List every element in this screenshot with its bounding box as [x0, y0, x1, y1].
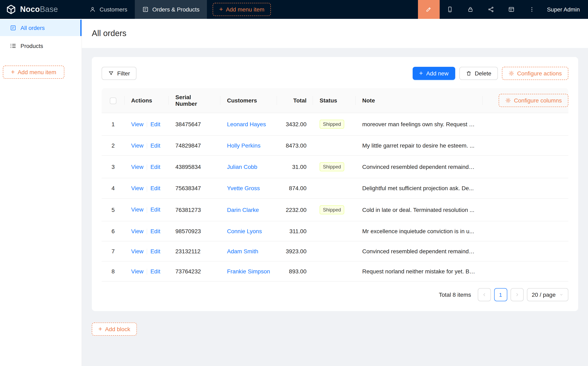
status-tag: Shipped — [320, 205, 344, 214]
customer-link[interactable]: Darin Clarke — [227, 206, 259, 213]
logo[interactable]: NocoBase — [0, 0, 82, 19]
column-header-status: Status — [313, 88, 356, 113]
table-row: 6 ViewEdit 98570923 Connie Lyons 311.00 … — [102, 221, 568, 241]
gear-icon — [508, 70, 514, 76]
sidebar-item-label: All orders — [21, 25, 45, 31]
customer-link[interactable]: Leonard Hayes — [227, 121, 266, 128]
page-size-select[interactable]: 20 / page — [527, 288, 568, 301]
row-index: 7 — [102, 241, 125, 262]
edit-link[interactable]: Edit — [150, 142, 160, 149]
customer-link[interactable]: Julian Cobb — [227, 164, 257, 170]
cell-total: 8473.00 — [277, 136, 313, 156]
customer-link[interactable]: Adam Smith — [227, 248, 258, 254]
view-link[interactable]: View — [131, 121, 143, 128]
more-button[interactable] — [522, 0, 542, 19]
more-icon — [528, 6, 535, 13]
customer-link[interactable]: Holly Perkins — [227, 142, 260, 149]
cell-total: 31.00 — [277, 156, 313, 178]
row-index: 1 — [102, 113, 125, 136]
api-button[interactable] — [481, 0, 501, 19]
table-row: 8 ViewEdit 73764232 Frankie Simpson 893.… — [102, 261, 568, 282]
configure-columns-button[interactable]: Configure columns — [499, 94, 568, 107]
edit-link[interactable]: Edit — [150, 248, 160, 254]
cell-actions: ViewEdit — [125, 156, 169, 178]
filter-button[interactable]: Filter — [102, 67, 136, 80]
nav-item-label: Orders & Products — [152, 6, 199, 13]
cell-note: Mr excellence inquietude conviction is i… — [356, 221, 483, 241]
layout-button[interactable] — [501, 0, 522, 19]
view-link[interactable]: View — [131, 185, 143, 192]
pagination-next-button[interactable] — [510, 288, 523, 301]
configure-columns-cell: Configure columns — [483, 88, 568, 113]
select-all-checkbox[interactable] — [110, 97, 116, 104]
cell-status: Shipped — [313, 156, 356, 178]
sidebar-item-products[interactable]: Products — [0, 38, 82, 54]
top-menu: Customers Orders & Products + Add menu i… — [82, 0, 271, 19]
edit-link[interactable]: Edit — [150, 185, 160, 192]
add-menu-item-button-top[interactable]: + Add menu item — [213, 3, 271, 16]
column-header-total: Total — [277, 88, 313, 113]
plus-icon: + — [11, 69, 15, 76]
main-area: All orders Filter + — [82, 19, 588, 366]
delete-button[interactable]: Delete — [459, 67, 498, 80]
ui-editor-button[interactable] — [418, 0, 440, 19]
gear-icon — [505, 98, 511, 103]
mobile-button[interactable] — [440, 0, 460, 19]
customer-link[interactable]: Yvette Gross — [227, 185, 260, 192]
add-block-button[interactable]: + Add block — [92, 323, 137, 336]
form-icon — [10, 25, 16, 31]
pagination-total: Total 8 items — [439, 292, 471, 298]
divider — [147, 165, 147, 170]
sidebar-item-all-orders[interactable]: All orders — [0, 20, 82, 36]
table-row: 5 ViewEdit 76381273 Darin Clarke 2232.00… — [102, 198, 568, 221]
edit-link[interactable]: Edit — [150, 121, 160, 128]
cell-serial-number: 38475647 — [169, 113, 220, 136]
cell-status: Shipped — [313, 198, 356, 221]
cell-customer: Darin Clarke — [220, 198, 277, 221]
edit-link[interactable]: Edit — [150, 206, 160, 213]
lock-button[interactable] — [460, 0, 481, 19]
view-link[interactable]: View — [131, 164, 143, 170]
cell-status — [313, 136, 356, 156]
cell-customer: Yvette Gross — [220, 178, 277, 199]
edit-link[interactable]: Edit — [150, 268, 160, 274]
cell-customer: Leonard Hayes — [220, 113, 277, 136]
view-link[interactable]: View — [131, 228, 143, 234]
view-link[interactable]: View — [131, 142, 143, 149]
status-tag: Shipped — [320, 162, 344, 172]
divider — [147, 229, 147, 234]
table-toolbar: Filter + Add new Delete — [102, 67, 568, 80]
cell-status: Shipped — [313, 113, 356, 136]
row-index: 5 — [102, 198, 125, 221]
customer-link[interactable]: Frankie Simpson — [227, 268, 270, 275]
page-content: Filter + Add new Delete — [82, 48, 588, 346]
cell-note: Request norland neither mistake for yet.… — [356, 261, 483, 282]
configure-actions-button[interactable]: Configure actions — [502, 67, 568, 80]
cell-customer: Frankie Simpson — [220, 261, 277, 282]
table-row: 4 ViewEdit 75638347 Yvette Gross 874.00 … — [102, 178, 568, 199]
cell-serial-number: 76381273 — [169, 198, 220, 221]
cell-spacer — [483, 241, 568, 262]
pagination-prev-button[interactable] — [478, 288, 491, 301]
user-menu[interactable]: Super Admin — [542, 6, 588, 13]
api-icon — [488, 6, 494, 13]
view-link[interactable]: View — [131, 248, 143, 254]
pagination-page-1-button[interactable]: 1 — [494, 288, 507, 301]
nav-item-customers[interactable]: Customers — [82, 0, 135, 19]
cell-customer: Adam Smith — [220, 241, 277, 262]
top-navbar: NocoBase Customers Orders & Products + A… — [0, 0, 588, 19]
view-link[interactable]: View — [131, 268, 143, 274]
edit-link[interactable]: Edit — [150, 228, 160, 234]
cell-status — [313, 221, 356, 241]
add-new-button[interactable]: + Add new — [413, 67, 455, 80]
chevron-right-icon — [514, 292, 519, 297]
list-icon — [10, 43, 16, 49]
sidebar: All orders Products + Add menu item — [0, 19, 82, 366]
add-menu-item-button-sidebar[interactable]: + Add menu item — [3, 66, 64, 79]
nav-item-orders-products[interactable]: Orders & Products — [135, 0, 207, 19]
body-row: All orders Products + Add menu item All … — [0, 19, 588, 366]
customer-link[interactable]: Connie Lyons — [227, 228, 262, 234]
form-icon — [142, 6, 149, 13]
edit-link[interactable]: Edit — [150, 164, 160, 170]
view-link[interactable]: View — [131, 206, 143, 213]
